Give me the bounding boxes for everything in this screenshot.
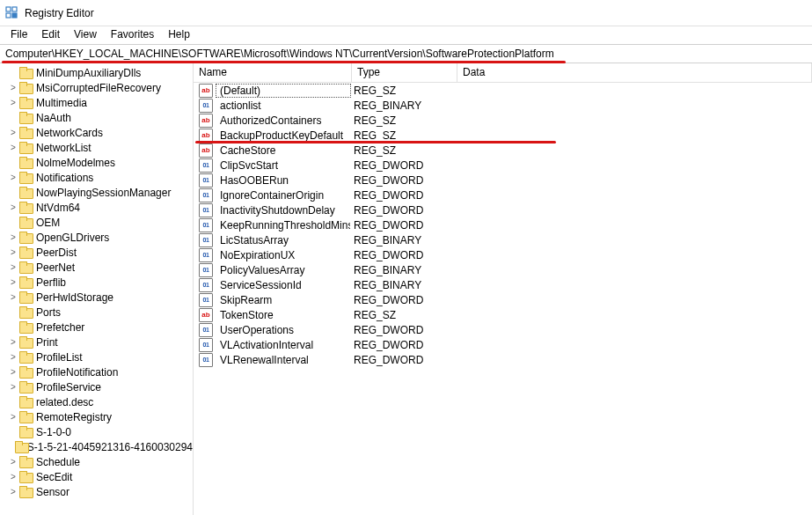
value-type: REG_BINARY: [350, 234, 456, 246]
tree-item[interactable]: >MsiCorruptedFileRecovery: [0, 80, 193, 95]
expander-icon[interactable]: >: [7, 262, 19, 272]
tree-item[interactable]: >Schedule: [0, 454, 193, 469]
tree-item-label: Schedule: [36, 456, 80, 468]
expander-icon[interactable]: >: [7, 83, 19, 92]
expander-icon[interactable]: >: [7, 352, 19, 362]
expander-icon[interactable]: >: [7, 457, 19, 467]
folder-icon: [19, 321, 33, 334]
value-row[interactable]: NoExpirationUXREG_DWORD: [194, 247, 812, 262]
tree-item[interactable]: S-1-5-21-4045921316-4160030294: [0, 439, 193, 454]
address-input[interactable]: [0, 45, 812, 63]
expander-icon[interactable]: >: [7, 292, 19, 302]
value-row[interactable]: ClipSvcStartREG_DWORD: [194, 158, 812, 173]
expander-icon[interactable]: >: [7, 472, 19, 482]
expander-icon[interactable]: >: [7, 202, 19, 212]
value-type: REG_DWORD: [350, 249, 456, 261]
tree-item-label: NolmeModelmes: [36, 157, 115, 169]
folder-icon: [19, 82, 33, 94]
tree-item[interactable]: >NetworkList: [0, 140, 193, 155]
col-type[interactable]: Type: [352, 63, 457, 82]
tree-item[interactable]: S-1-0-0: [0, 424, 193, 439]
value-row[interactable]: VLRenewalIntervalREG_DWORD: [194, 352, 812, 367]
tree-item[interactable]: >NetworkCards: [0, 125, 193, 140]
folder-icon: [19, 142, 33, 154]
tree-item[interactable]: >PeerDist: [0, 245, 193, 260]
col-name[interactable]: Name: [194, 63, 352, 82]
menu-help[interactable]: Help: [161, 26, 197, 44]
value-row[interactable]: VLActivationIntervalREG_DWORD: [194, 337, 812, 352]
string-value-icon: [199, 143, 213, 158]
menu-file[interactable]: File: [4, 26, 34, 44]
value-row[interactable]: HasOOBERunREG_DWORD: [194, 173, 812, 188]
tree-item[interactable]: NaAuth: [0, 110, 193, 125]
binary-value-icon: [199, 218, 213, 232]
tree-item[interactable]: >PerHwIdStorage: [0, 290, 193, 305]
expander-icon[interactable]: >: [7, 232, 19, 242]
value-row[interactable]: InactivityShutdownDelayREG_DWORD: [194, 202, 812, 217]
value-row[interactable]: (Default)REG_SZ: [194, 83, 812, 98]
tree-item[interactable]: >SecEdit: [0, 469, 193, 484]
tree-item[interactable]: Ports: [0, 305, 193, 320]
tree-item[interactable]: >Perflib: [0, 275, 193, 290]
menu-edit[interactable]: Edit: [34, 26, 67, 44]
value-row[interactable]: TokenStoreREG_SZ: [194, 307, 812, 322]
value-row[interactable]: ServiceSessionIdREG_BINARY: [194, 277, 812, 292]
menu-bar: File Edit View Favorites Help: [0, 26, 812, 44]
expander-icon[interactable]: >: [7, 367, 19, 377]
expander-icon[interactable]: >: [7, 247, 19, 257]
expander-icon[interactable]: >: [7, 337, 19, 347]
expander-icon[interactable]: >: [7, 412, 19, 422]
col-data[interactable]: Data: [457, 63, 812, 82]
folder-icon: [19, 426, 33, 438]
menu-view[interactable]: View: [67, 26, 104, 44]
tree-item[interactable]: >Notifications: [0, 170, 193, 185]
title-bar: Registry Editor: [0, 0, 812, 26]
value-row[interactable]: IgnoreContainerOriginREG_DWORD: [194, 188, 812, 202]
tree-item-label: Sensor: [36, 486, 69, 498]
folder-icon: [15, 441, 25, 453]
expander-icon[interactable]: >: [7, 128, 19, 137]
menu-favorites[interactable]: Favorites: [104, 26, 161, 44]
folder-icon: [19, 97, 33, 109]
tree-item[interactable]: NolmeModelmes: [0, 155, 193, 170]
tree-pane[interactable]: MiniDumpAuxiliaryDlls>MsiCorruptedFileRe…: [0, 63, 194, 515]
value-row[interactable]: SkipRearmREG_DWORD: [194, 292, 812, 307]
expander-icon[interactable]: >: [7, 382, 19, 392]
tree-item[interactable]: >PeerNet: [0, 260, 193, 275]
tree-item-label: NowPlayingSessionManager: [36, 187, 171, 199]
tree-item[interactable]: >ProfileList: [0, 349, 193, 364]
value-type: REG_DWORD: [350, 204, 456, 217]
expander-icon[interactable]: >: [7, 143, 19, 152]
expander-icon[interactable]: >: [7, 277, 19, 287]
tree-item[interactable]: MiniDumpAuxiliaryDlls: [0, 65, 193, 80]
value-type: REG_DWORD: [350, 324, 456, 336]
tree-item[interactable]: >ProfileNotification: [0, 364, 193, 379]
tree-item[interactable]: related.desc: [0, 394, 193, 409]
tree-item-label: OEM: [36, 217, 60, 229]
tree-item[interactable]: >Multimedia: [0, 95, 193, 110]
tree-item[interactable]: >Sensor: [0, 484, 193, 499]
binary-value-icon: [199, 158, 213, 173]
value-row[interactable]: actionlistREG_BINARY: [194, 98, 812, 113]
values-pane[interactable]: Name Type Data (Default)REG_SZactionlist…: [194, 63, 812, 515]
tree-item[interactable]: >ProfileService: [0, 379, 193, 394]
tree-item[interactable]: >OpenGLDrivers: [0, 230, 193, 245]
tree-item-label: NetworkList: [36, 142, 91, 154]
value-name: TokenStore: [216, 309, 350, 321]
expander-icon[interactable]: >: [7, 173, 19, 182]
value-row[interactable]: UserOperationsREG_DWORD: [194, 322, 812, 337]
value-row[interactable]: LicStatusArrayREG_BINARY: [194, 232, 812, 247]
expander-icon[interactable]: >: [7, 487, 19, 497]
tree-item[interactable]: >RemoteRegistry: [0, 409, 193, 424]
value-row[interactable]: CacheStoreREG_SZ: [194, 143, 812, 158]
value-name: ServiceSessionId: [216, 279, 350, 291]
expander-icon[interactable]: >: [7, 98, 19, 107]
value-row[interactable]: PolicyValuesArrayREG_BINARY: [194, 262, 812, 277]
value-row[interactable]: KeepRunningThresholdMinsREG_DWORD: [194, 217, 812, 232]
tree-item[interactable]: OEM: [0, 215, 193, 230]
value-row[interactable]: AuthorizedContainersREG_SZ: [194, 113, 812, 128]
tree-item[interactable]: >NtVdm64: [0, 200, 193, 215]
tree-item[interactable]: NowPlayingSessionManager: [0, 185, 193, 200]
tree-item[interactable]: Prefetcher: [0, 320, 193, 335]
tree-item[interactable]: >Print: [0, 335, 193, 349]
